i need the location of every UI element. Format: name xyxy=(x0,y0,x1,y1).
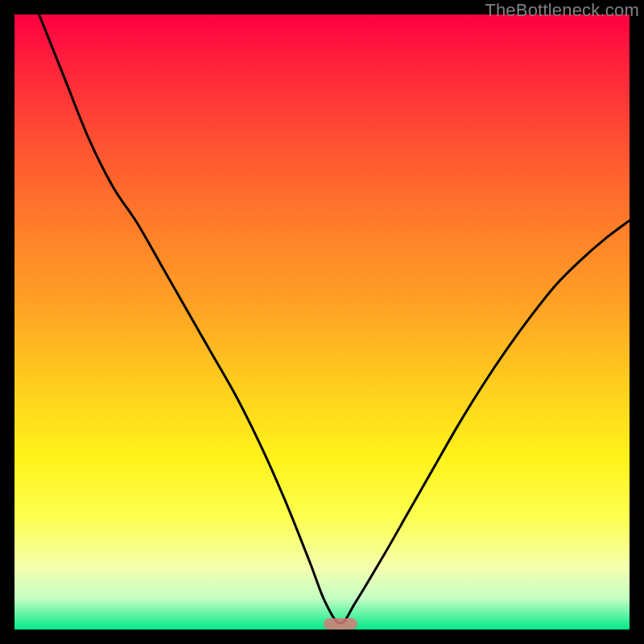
chart-frame: TheBottleneck.com xyxy=(0,0,644,644)
optimum-marker xyxy=(324,618,357,630)
watermark-text: TheBottleneck.com xyxy=(485,0,639,21)
bottleneck-curve xyxy=(39,14,630,623)
plot-area xyxy=(14,14,630,630)
curve-svg xyxy=(14,14,630,630)
